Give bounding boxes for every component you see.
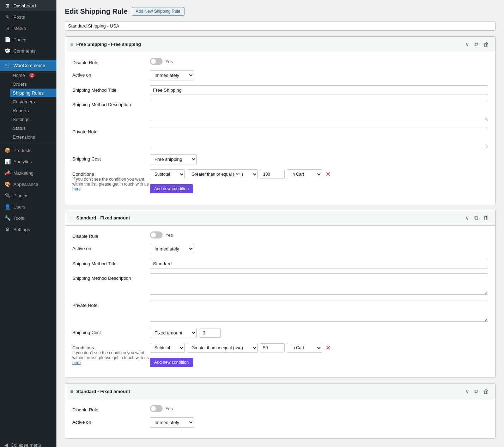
sidebar-item-dashboard[interactable]: ⊞ Dashboard xyxy=(0,0,56,11)
collapse-icon: ◀ xyxy=(4,442,8,447)
sidebar-item-marketing[interactable]: 📣 Marketing xyxy=(0,167,56,179)
remove-condition-2-button[interactable]: ✕ xyxy=(324,344,332,352)
remove-condition-1-button[interactable]: ✕ xyxy=(324,170,332,178)
woocommerce-icon: 🛒 xyxy=(4,62,11,68)
shipping-title-1-field xyxy=(150,85,488,95)
sidebar-item-posts[interactable]: ✎ Posts xyxy=(0,11,56,23)
disable-rule-3-label: Disable Rule xyxy=(72,405,150,412)
shipping-cost-2-amount-input[interactable] xyxy=(200,328,221,338)
delete-rule-3-button[interactable]: 🗑 xyxy=(482,388,490,395)
shipping-desc-2-textarea[interactable] xyxy=(150,273,488,295)
add-condition-1-button[interactable]: Add new condition xyxy=(150,184,193,193)
sidebar-item-status[interactable]: Status xyxy=(10,124,56,133)
shipping-title-2-field xyxy=(150,259,488,268)
condition-scope-1-select[interactable]: In Cart Per Item xyxy=(287,169,322,179)
add-new-shipping-rule-button[interactable]: Add New Shipping Rule xyxy=(132,7,184,16)
sidebar-item-shipping-rules[interactable]: Shipping Rules xyxy=(10,89,56,97)
sidebar-item-customers[interactable]: Customers xyxy=(10,97,56,106)
shipping-title-1-row: Shipping Method Title xyxy=(72,85,488,95)
sidebar-item-pages[interactable]: 📄 Pages xyxy=(0,34,56,45)
shipping-desc-1-textarea[interactable] xyxy=(150,100,488,121)
sidebar-item-plugins[interactable]: 🔌 Plugins xyxy=(0,190,56,201)
condition-operator-2-select[interactable]: Greater than or equal ( >= ) Less than E… xyxy=(187,343,258,353)
settings-icon: ⚙ xyxy=(4,226,11,232)
shipping-cost-2-row: Shipping Cost Free shipping Fixed amount… xyxy=(72,328,488,338)
rule-card-3-header: ≡ Standard - Fixed amount ∨ ⧉ 🗑 xyxy=(65,384,495,399)
condition-scope-2-select[interactable]: In Cart Per Item xyxy=(287,343,322,353)
condition-value-2-input[interactable] xyxy=(260,343,285,352)
sidebar-item-extensions[interactable]: Extensions xyxy=(10,133,56,141)
disable-rule-1-toggle[interactable] xyxy=(150,58,163,65)
drag-handle-1[interactable]: ≡ xyxy=(70,41,73,48)
condition-operator-1-select[interactable]: Greater than or equal ( >= ) Less than E… xyxy=(187,169,258,179)
sidebar-item-users[interactable]: 👤 Users xyxy=(0,201,56,212)
copy-rule-1-button[interactable]: ⧉ xyxy=(473,41,480,48)
sidebar-item-products[interactable]: 📦 Products xyxy=(0,145,56,156)
drag-handle-2[interactable]: ≡ xyxy=(70,215,73,221)
toggle-slider xyxy=(150,58,163,65)
shipping-cost-1-select[interactable]: Free shipping Fixed amount Percentage xyxy=(150,154,197,164)
extensions-label: Extensions xyxy=(13,134,35,140)
shipping-desc-2-row: Shipping Method Description xyxy=(72,273,488,296)
sidebar-item-media[interactable]: ⊡ Media xyxy=(0,23,56,34)
active-on-2-select[interactable]: Immediately xyxy=(150,244,194,254)
condition-type-2-select[interactable]: Subtotal Total Weight xyxy=(150,343,185,353)
collapse-rule-1-button[interactable]: ∨ xyxy=(464,40,471,48)
delete-rule-2-button[interactable]: 🗑 xyxy=(482,214,490,222)
private-note-2-textarea[interactable] xyxy=(150,301,488,322)
disable-rule-3-toggle[interactable] xyxy=(150,405,163,412)
rule-card-2-body: Disable Rule Yes Active on Immediately xyxy=(65,226,495,377)
conditions-link-1[interactable]: here xyxy=(72,187,81,192)
sidebar-item-settings-woo[interactable]: Settings xyxy=(10,115,56,124)
disable-rule-3-field: Yes xyxy=(150,405,488,412)
copy-rule-3-button[interactable]: ⧉ xyxy=(473,388,480,395)
marketing-label: Marketing xyxy=(13,170,34,176)
shipping-title-2-input[interactable] xyxy=(150,259,488,268)
appearance-label: Appearance xyxy=(13,182,38,187)
sidebar-item-woocommerce[interactable]: 🛒 WooCommerce xyxy=(0,60,56,71)
shipping-rules-label: Shipping Rules xyxy=(13,90,43,96)
conditions-2-title: Conditions xyxy=(72,345,150,350)
sidebar-item-tools[interactable]: 🔧 Tools xyxy=(0,212,56,224)
analytics-icon: 📊 xyxy=(4,159,11,164)
sidebar-item-home[interactable]: Home 2 xyxy=(10,71,56,80)
sidebar-item-settings[interactable]: ⚙ Settings xyxy=(0,224,56,235)
sidebar-item-orders[interactable]: Orders xyxy=(10,80,56,89)
drag-handle-3[interactable]: ≡ xyxy=(70,388,73,395)
rule-card-3-actions: ∨ ⧉ 🗑 xyxy=(464,387,490,395)
collapse-rule-2-button[interactable]: ∨ xyxy=(464,214,471,222)
collapse-rule-3-button[interactable]: ∨ xyxy=(464,387,471,395)
conditions-link-2[interactable]: here xyxy=(72,360,81,365)
sidebar-item-appearance[interactable]: 🎨 Appearance xyxy=(0,179,56,190)
rule-name-input[interactable] xyxy=(65,21,496,31)
sidebar-item-analytics[interactable]: 📊 Analytics xyxy=(0,156,56,167)
sidebar-item-label: Pages xyxy=(13,37,26,42)
shipping-cost-2-select[interactable]: Free shipping Fixed amount Percentage xyxy=(150,328,197,338)
active-on-3-select[interactable]: Immediately xyxy=(150,417,194,428)
sidebar-item-label: Posts xyxy=(13,14,25,20)
condition-type-1-select[interactable]: Subtotal Total Weight xyxy=(150,169,185,179)
copy-rule-2-button[interactable]: ⧉ xyxy=(473,214,480,222)
active-on-1-field: Immediately xyxy=(150,70,488,80)
add-condition-2-button[interactable]: Add new condition xyxy=(150,358,193,367)
disable-rule-1-label: Disable Rule xyxy=(72,58,150,65)
disable-rule-2-label: Disable Rule xyxy=(72,231,150,239)
sidebar-item-comments[interactable]: 💬 Comments xyxy=(0,45,56,56)
products-icon: 📦 xyxy=(4,147,11,153)
condition-value-1-input[interactable] xyxy=(260,170,285,179)
home-badge: 2 xyxy=(29,73,35,78)
disable-rule-2-toggle[interactable] xyxy=(150,231,163,238)
shipping-desc-1-row: Shipping Method Description xyxy=(72,100,488,122)
delete-rule-1-button[interactable]: 🗑 xyxy=(482,41,490,48)
collapse-menu[interactable]: ◀ Collapse menu xyxy=(0,439,56,447)
sidebar-item-reports[interactable]: Reports xyxy=(10,106,56,115)
shipping-title-1-input[interactable] xyxy=(150,85,488,95)
private-note-2-label: Private Note xyxy=(72,301,150,308)
pages-icon: 📄 xyxy=(4,37,11,42)
media-icon: ⊡ xyxy=(4,25,11,31)
reports-label: Reports xyxy=(13,108,29,113)
plugins-label: Plugins xyxy=(13,193,29,198)
private-note-1-textarea[interactable] xyxy=(150,127,488,148)
active-on-1-select[interactable]: Immediately xyxy=(150,70,194,80)
settings-label: Settings xyxy=(13,117,29,122)
